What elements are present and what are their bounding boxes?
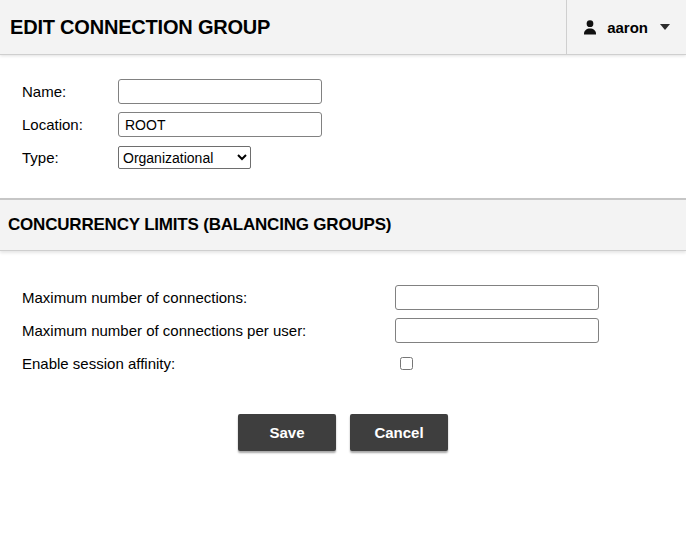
session-affinity-label: Enable session affinity: xyxy=(22,355,395,372)
type-select[interactable]: Organizational xyxy=(118,146,251,169)
location-input[interactable] xyxy=(118,112,322,137)
name-field-row: Name: xyxy=(22,79,686,104)
max-connections-per-user-label: Maximum number of connections per user: xyxy=(22,322,395,339)
session-affinity-checkbox[interactable] xyxy=(400,357,413,370)
session-affinity-cell xyxy=(395,357,599,370)
concurrency-limits-section: Maximum number of connections: Maximum n… xyxy=(0,251,686,376)
concurrency-limits-title: CONCURRENCY LIMITS (BALANCING GROUPS) xyxy=(0,215,391,235)
name-label: Name: xyxy=(22,83,118,100)
session-affinity-field-row: Enable session affinity: xyxy=(22,351,686,376)
save-button[interactable]: Save xyxy=(238,414,336,451)
type-label: Type: xyxy=(22,149,118,166)
user-icon xyxy=(581,18,599,36)
max-connections-per-user-field-row: Maximum number of connections per user: xyxy=(22,318,686,343)
app-header: EDIT CONNECTION GROUP aaron xyxy=(0,0,686,55)
type-field-row: Type: Organizational xyxy=(22,145,686,170)
user-name: aaron xyxy=(607,19,648,36)
user-menu[interactable]: aaron xyxy=(566,0,686,54)
location-field-row: Location: xyxy=(22,112,686,137)
concurrency-limits-section-header: CONCURRENCY LIMITS (BALANCING GROUPS) xyxy=(0,198,686,251)
max-connections-per-user-input[interactable] xyxy=(395,318,599,343)
form-actions: Save Cancel xyxy=(0,414,686,451)
cancel-button[interactable]: Cancel xyxy=(350,414,448,451)
edit-connection-group-form: Name: Location: Type: Organizational CON… xyxy=(0,55,686,451)
max-connections-field-row: Maximum number of connections: xyxy=(22,285,686,310)
max-connections-label: Maximum number of connections: xyxy=(22,289,395,306)
name-input[interactable] xyxy=(118,79,322,104)
group-properties-section: Name: Location: Type: Organizational xyxy=(0,55,686,170)
chevron-down-icon xyxy=(660,24,670,30)
max-connections-input[interactable] xyxy=(395,285,599,310)
location-label: Location: xyxy=(22,116,118,133)
page-title: EDIT CONNECTION GROUP xyxy=(0,16,270,39)
